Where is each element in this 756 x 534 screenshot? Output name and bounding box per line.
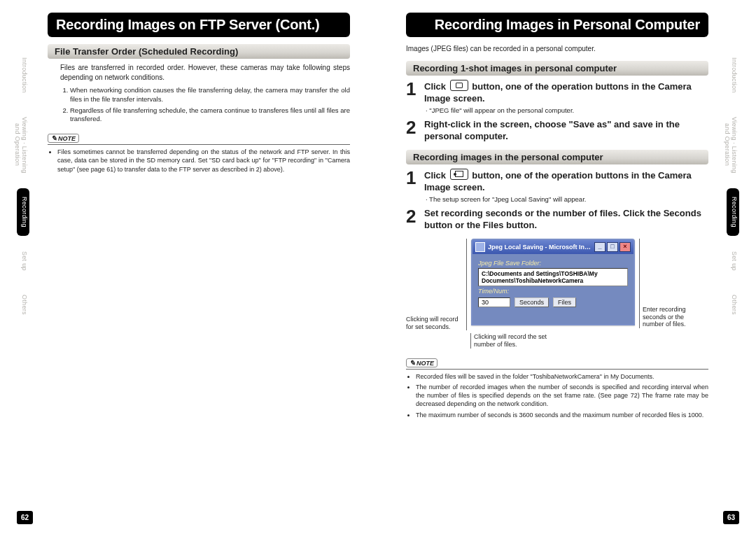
stepA1-sub: "JPEG file" will appear on the personal … (426, 106, 708, 114)
tab-viewing-line1: Viewing · Listening (21, 117, 28, 174)
note-block-right: NOTE Recorded files will be saved in the… (406, 358, 708, 419)
stepA2-body: Right-click in the screen, choose "Save … (424, 118, 708, 143)
stepA2-num: 2 (406, 118, 424, 143)
left-intro: Files are transferred in recorded order.… (60, 63, 350, 82)
jpeg-local-saving-dialog: Jpeg Local Saving - Microsoft In… _ □ × … (471, 239, 635, 325)
stepB2-body: Set recording seconds or the number of f… (424, 207, 708, 232)
page-left: Introduction Viewing · Listeningand Oper… (0, 0, 378, 534)
tab-viewing-r[interactable]: Viewing · Listeningand Operation (727, 108, 739, 182)
stepA1-text-a: Click (424, 81, 449, 92)
dialog-folder-path[interactable]: C:\Documents and Settings\TOSHIBA\My Doc… (478, 268, 628, 286)
tab-recording-r[interactable]: Recording (727, 188, 739, 236)
stepB1: 1 Click button, one of the operation but… (406, 169, 708, 194)
dialog-app-icon (475, 242, 485, 252)
callout-right-enter: Enter recording seconds or the number of… (639, 239, 700, 328)
stepB2-num: 2 (406, 207, 424, 232)
right-note-2: The number of recorded images when the n… (416, 383, 708, 408)
left-note-1: When networking condition causes the fil… (70, 86, 350, 104)
left-note-2: Regardless of file transferring schedule… (70, 106, 350, 125)
section-recording-pc: Recording images in the personal compute… (406, 150, 708, 164)
left-ordered-notes: When networking condition causes the fil… (60, 86, 350, 124)
stepA1-num: 1 (406, 80, 424, 105)
dialog-files-button[interactable]: Files (553, 297, 576, 307)
note-rule-right (406, 369, 708, 370)
tab-viewing-line2: and Operation (14, 123, 21, 166)
stepB1-text-a: Click (424, 170, 449, 181)
side-tabs-right: Introduction Viewing · Listeningand Oper… (727, 49, 739, 497)
dialog-figure: Clicking will record for set seconds. Jp… (406, 239, 708, 331)
stepB1-sub: The setup screen for "Jpeg Local Saving"… (426, 195, 708, 203)
tab-introduction-r[interactable]: Introduction (727, 49, 739, 101)
right-intro: Images (JPEG files) can be recorded in a… (406, 44, 708, 54)
dialog-timenum-input[interactable]: 30 (478, 297, 510, 307)
tab-viewing-r-line1: Viewing · Listening (731, 117, 738, 174)
callout-left-files: Clicking will record the set number of f… (470, 333, 558, 349)
side-tabs-left: Introduction Viewing · Listeningand Oper… (17, 49, 29, 497)
dialog-timenum-label: Time/Num: (478, 288, 628, 295)
window-minimize-button[interactable]: _ (594, 242, 606, 252)
left-note-bullet: Files sometimes cannot be transferred de… (57, 148, 350, 173)
dialog-folder-label: Jpeg File Save Folder: (478, 260, 628, 267)
note-rule-left (48, 144, 350, 145)
camera-icon (450, 80, 468, 91)
window-close-button[interactable]: × (620, 242, 631, 252)
stepB1-num: 1 (406, 169, 424, 194)
chapter-title-right: Recording Images in Personal Computer (406, 13, 708, 37)
chapter-title-left: Recording Images on FTP Server (Cont.) (48, 13, 350, 37)
right-note-1: Recorded files will be saved in the fold… (416, 372, 708, 381)
tab-viewing[interactable]: Viewing · Listeningand Operation (17, 108, 29, 182)
stepA1: 1 Click button, one of the operation but… (406, 80, 708, 105)
stepB1-body: Click button, one of the operation butto… (424, 169, 708, 194)
dialog-titlebar: Jpeg Local Saving - Microsoft In… _ □ × (472, 240, 634, 254)
section-1shot: Recording 1-shot images in personal comp… (406, 61, 708, 76)
page-number-right: 63 (723, 511, 739, 524)
record-icon (450, 169, 468, 180)
dialog-seconds-button[interactable]: Seconds (514, 297, 549, 307)
dialog-title-text: Jpeg Local Saving - Microsoft In… (488, 244, 594, 251)
tab-others[interactable]: Others (17, 286, 29, 323)
tab-recording[interactable]: Recording (17, 188, 29, 236)
tab-setup-r[interactable]: Set up (727, 243, 739, 279)
window-maximize-button[interactable]: □ (607, 242, 618, 252)
stepA2: 2 Right-click in the screen, choose "Sav… (406, 118, 708, 143)
page-right: Introduction Viewing · Listeningand Oper… (378, 0, 756, 534)
tab-introduction[interactable]: Introduction (17, 49, 29, 101)
callout-left-seconds: Clicking will record for set seconds. (406, 239, 467, 331)
stepA1-body: Click button, one of the operation butto… (424, 80, 708, 105)
section-file-transfer-order: File Transfer Order (Scheduled Recording… (48, 44, 350, 59)
stepB2: 2 Set recording seconds or the number of… (406, 207, 708, 232)
right-note-3: The maximum number of seconds is 3600 se… (416, 411, 708, 419)
page-number-left: 62 (17, 511, 33, 524)
note-label-left: NOTE (48, 134, 79, 143)
note-label-right: NOTE (406, 358, 438, 367)
tab-setup[interactable]: Set up (17, 243, 29, 279)
note-block-left: NOTE Files sometimes cannot be transferr… (48, 134, 350, 173)
tab-others-r[interactable]: Others (727, 286, 739, 323)
tab-viewing-r-line2: and Operation (724, 123, 731, 166)
